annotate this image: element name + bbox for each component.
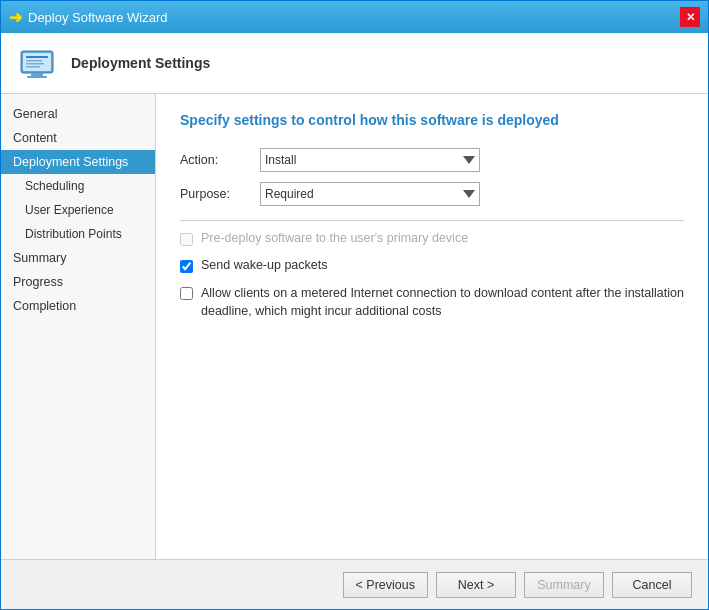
window-title: Deploy Software Wizard <box>28 10 167 25</box>
wizard-window: ➜ Deploy Software Wizard ✕ Deployment Se… <box>0 0 709 610</box>
svg-rect-3 <box>27 76 47 78</box>
wakeup-checkbox[interactable] <box>180 260 193 273</box>
action-label: Action: <box>180 153 260 167</box>
metered-label: Allow clients on a metered Internet conn… <box>201 285 684 320</box>
wakeup-row: Send wake-up packets <box>180 258 684 273</box>
content-heading: Specify settings to control how this sof… <box>180 112 684 128</box>
sidebar-item-completion[interactable]: Completion <box>1 294 155 318</box>
svg-rect-6 <box>26 63 44 65</box>
header-bar: Deployment Settings <box>1 33 708 94</box>
summary-button[interactable]: Summary <box>524 572 604 598</box>
sidebar-item-progress[interactable]: Progress <box>1 270 155 294</box>
sidebar-item-content[interactable]: Content <box>1 126 155 150</box>
title-bar-left: ➜ Deploy Software Wizard <box>9 8 167 27</box>
previous-button[interactable]: < Previous <box>343 572 428 598</box>
close-button[interactable]: ✕ <box>680 7 700 27</box>
main-content: General Content Deployment Settings Sche… <box>1 94 708 559</box>
svg-rect-2 <box>31 73 43 76</box>
header-title: Deployment Settings <box>71 55 210 71</box>
purpose-label: Purpose: <box>180 187 260 201</box>
next-button[interactable]: Next > <box>436 572 516 598</box>
action-row: Action: Install Uninstall <box>180 148 684 172</box>
content-area: Specify settings to control how this sof… <box>156 94 708 559</box>
footer: < Previous Next > Summary Cancel <box>1 559 708 609</box>
predeploy-row: Pre-deploy software to the user's primar… <box>180 231 684 246</box>
divider <box>180 220 684 221</box>
action-select[interactable]: Install Uninstall <box>260 148 480 172</box>
cancel-button[interactable]: Cancel <box>612 572 692 598</box>
metered-row: Allow clients on a metered Internet conn… <box>180 285 684 320</box>
wakeup-label: Send wake-up packets <box>201 258 327 272</box>
svg-rect-1 <box>23 53 51 71</box>
metered-checkbox[interactable] <box>180 287 193 300</box>
predeploy-checkbox[interactable] <box>180 233 193 246</box>
svg-rect-7 <box>26 66 40 68</box>
svg-rect-4 <box>26 56 48 58</box>
purpose-row: Purpose: Required Available <box>180 182 684 206</box>
svg-rect-5 <box>26 60 42 62</box>
predeploy-label: Pre-deploy software to the user's primar… <box>201 231 468 245</box>
sidebar: General Content Deployment Settings Sche… <box>1 94 156 559</box>
sidebar-item-deployment-settings[interactable]: Deployment Settings <box>1 150 155 174</box>
title-bar: ➜ Deploy Software Wizard ✕ <box>1 1 708 33</box>
sidebar-item-summary[interactable]: Summary <box>1 246 155 270</box>
purpose-select[interactable]: Required Available <box>260 182 480 206</box>
sidebar-item-distribution-points[interactable]: Distribution Points <box>1 222 155 246</box>
deployment-icon <box>17 43 57 83</box>
arrow-icon: ➜ <box>9 8 22 27</box>
sidebar-item-general[interactable]: General <box>1 102 155 126</box>
sidebar-item-user-experience[interactable]: User Experience <box>1 198 155 222</box>
sidebar-item-scheduling[interactable]: Scheduling <box>1 174 155 198</box>
